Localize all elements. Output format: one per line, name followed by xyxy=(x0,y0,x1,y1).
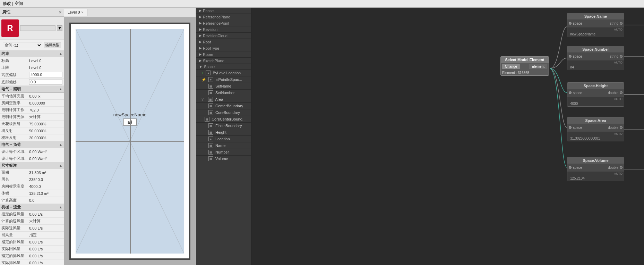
space-area-value: 31.3026000000001 xyxy=(567,136,624,141)
node-item-location[interactable]: ● Location xyxy=(196,136,251,142)
section-electrical-load[interactable]: 电气 – 负荷 ▲ xyxy=(0,141,64,148)
node-graph[interactable]: Select Model Element Change Element Elem… xyxy=(251,8,644,265)
category-revision[interactable]: ▶ Revision xyxy=(196,26,251,33)
prop-area: 面积 31.303 m² xyxy=(0,169,64,176)
node-item-bylevellocation[interactable]: + ● ByLevelLocation xyxy=(196,70,251,76)
node-item-coreboundary[interactable]: ▦ CoreBoundary xyxy=(196,109,251,116)
space-name-card: Space.Name space string AUTO newSpaceNam… xyxy=(567,13,624,37)
prop-row-upper-limit: 上限 Level 0 xyxy=(0,64,64,71)
prop-vacancy: 房间空置率 0.000000 xyxy=(0,100,64,107)
space-number-in-port[interactable] xyxy=(569,55,572,58)
section-electrical-lighting[interactable]: 电气 – 照明 ▲ xyxy=(0,86,64,93)
space-height-value: 4000 xyxy=(567,101,624,106)
category-revisioncloud[interactable]: ▶ RevisionCloud xyxy=(196,33,251,39)
space-height-in-port[interactable] xyxy=(569,91,572,94)
edit-type-button[interactable]: 编辑类型 xyxy=(44,42,61,48)
space-number-port-row: space string xyxy=(567,53,624,59)
node-item-number[interactable]: ▦ Number xyxy=(196,149,251,156)
prop-row-base-offset: 底部偏移 xyxy=(0,78,64,86)
node-item-finishboundary[interactable]: ▦ FinishBoundary xyxy=(196,123,251,129)
space-height-header: Space.Height xyxy=(567,83,624,89)
space-area-header: Space.Area xyxy=(567,117,624,124)
category-rooftype[interactable]: ▶ RoofType xyxy=(196,45,251,51)
space-area-out-port[interactable] xyxy=(620,126,622,129)
element-value-row: Element : 316365 xyxy=(501,70,549,75)
node-icon-height: ▦ xyxy=(208,130,213,135)
node-item-setnumber[interactable]: ▦ SetNumber xyxy=(196,90,251,96)
select-model-header: Select Model Element xyxy=(501,57,549,63)
space-number-card: Space.Number space string AUTO a4 xyxy=(567,46,624,70)
left-panel-close-button[interactable]: × xyxy=(59,9,62,15)
prop-calc-workplane: 照明计算工作... 762.0 xyxy=(0,107,64,114)
node-item-area[interactable]: ? ▦ Area xyxy=(196,96,251,103)
prop-return-air: 回风量 指定 xyxy=(0,232,64,239)
space-volume-port-row: space double xyxy=(567,164,624,171)
prop-row-base-level: 标高 Level 0 xyxy=(0,57,64,64)
dropdown-arrow[interactable]: ▼ xyxy=(57,25,62,31)
section-mechanical[interactable]: 机械 – 流量 ▲ xyxy=(0,204,64,211)
tab-close-button[interactable]: × xyxy=(81,10,83,14)
properties-scroll[interactable]: 约束 ▲ 标高 Level 0 上限 Level 0 高度偏移 底部偏移 电气 xyxy=(0,50,64,265)
space-number-auto: AUTO xyxy=(567,60,624,65)
space-height-out-port[interactable] xyxy=(620,91,622,94)
tab-level0[interactable]: Level 0 × xyxy=(64,9,87,16)
section-constraints[interactable]: 约束 ▲ xyxy=(0,50,64,57)
node-item-volume[interactable]: ▦ Volume xyxy=(196,156,251,162)
space-area-in-port[interactable] xyxy=(569,126,572,129)
space-number-header: Space.Number xyxy=(567,46,624,52)
category-roof[interactable]: ▶ Roof xyxy=(196,39,251,45)
category-refpoint[interactable]: ▶ ReferencePoint xyxy=(196,20,251,26)
space-name-out-port[interactable] xyxy=(620,22,622,25)
viewport: newSpaceName a4 xyxy=(64,17,196,265)
left-panel: 属性 × R ▼ 空间 (1) 编辑类型 约束 ▲ xyxy=(0,8,64,265)
space-name-value: newSpaceName xyxy=(567,32,624,37)
prop-exhaust-specified: 指定的排风量 0.00 L/s xyxy=(0,252,64,259)
element-button[interactable]: Element xyxy=(529,64,547,69)
node-item-ispointinside[interactable]: ⚡ ● IsPointInSpac... xyxy=(196,76,251,83)
space-volume-out-port[interactable] xyxy=(620,166,622,169)
prop-perimeter: 周长 23540.0 xyxy=(0,176,64,183)
prop-calc-source: 照明计算光源... 未计算 xyxy=(0,114,64,121)
node-icon-coreboundary: ▦ xyxy=(208,110,213,115)
space-name-in-port[interactable] xyxy=(569,22,572,25)
divider-v xyxy=(130,29,131,254)
space-name-header: Space.Name xyxy=(567,13,624,19)
prop-design-per-zone1: 设计每个区域... 0.00 W/m² xyxy=(0,148,64,155)
prop-avg-brightness: 平均估算亮度 0.00 lx xyxy=(0,93,64,100)
select-model-card: Select Model Element Change Element Elem… xyxy=(500,56,549,76)
space-area-auto: AUTO xyxy=(567,132,624,136)
revit-logo: R xyxy=(1,19,19,37)
category-space[interactable]: ▼ Space xyxy=(196,64,251,70)
node-icon-area: ▦ xyxy=(208,97,213,102)
space-volume-value: 125.2104 xyxy=(567,176,624,181)
category-room[interactable]: ▶ Room xyxy=(196,51,251,58)
space-area-port-row: space double xyxy=(567,124,624,131)
prop-supply-air-actual: 实际送风量 0.00 L/s xyxy=(0,225,64,232)
top-bar: 修改 | 空间 xyxy=(0,0,644,8)
height-offset-input[interactable] xyxy=(29,72,62,77)
node-icon-location: ● xyxy=(208,136,213,141)
section-dimensions[interactable]: 尺寸标注 ▲ xyxy=(0,162,64,169)
space-number-value: a4 xyxy=(567,65,624,70)
space-volume-in-port[interactable] xyxy=(569,166,572,169)
space-area-card: Space.Area space double AUTO 31.30260000… xyxy=(567,117,624,141)
main-layout: 属性 × R ▼ 空间 (1) 编辑类型 约束 ▲ xyxy=(0,8,644,265)
node-item-name[interactable]: ▦ Name xyxy=(196,142,251,149)
category-sketchplane[interactable]: ▶ SketchPlane xyxy=(196,58,251,64)
prop-return-actual: 实际回风量 0.00 L/s xyxy=(0,246,64,252)
node-item-corecenterboundary[interactable]: ▦ CoreCenterBound... xyxy=(196,116,251,123)
node-item-centerboundary[interactable]: ▦ CenterBoundary xyxy=(196,103,251,109)
node-item-height[interactable]: ▦ Height xyxy=(196,129,251,136)
space-type-select[interactable]: 空间 (1) xyxy=(3,42,42,48)
node-icon-name: ▦ xyxy=(208,143,213,148)
node-panel: ▶ Phase ▶ ReferencePlane ▶ ReferencePoin… xyxy=(196,8,251,265)
base-offset-input[interactable] xyxy=(29,79,62,85)
space-name-body: space string xyxy=(567,19,624,27)
category-refplane[interactable]: ▶ ReferencePlane xyxy=(196,14,251,20)
node-icon-bylevel: ● xyxy=(206,71,211,75)
change-button[interactable]: Change xyxy=(502,64,520,69)
category-phase[interactable]: ▶ Phase xyxy=(196,8,251,14)
node-item-setname[interactable]: ▦ SetName xyxy=(196,83,251,90)
node-list[interactable]: ▶ Phase ▶ ReferencePlane ▶ ReferencePoin… xyxy=(196,8,251,265)
space-number-out-port[interactable] xyxy=(620,55,622,58)
